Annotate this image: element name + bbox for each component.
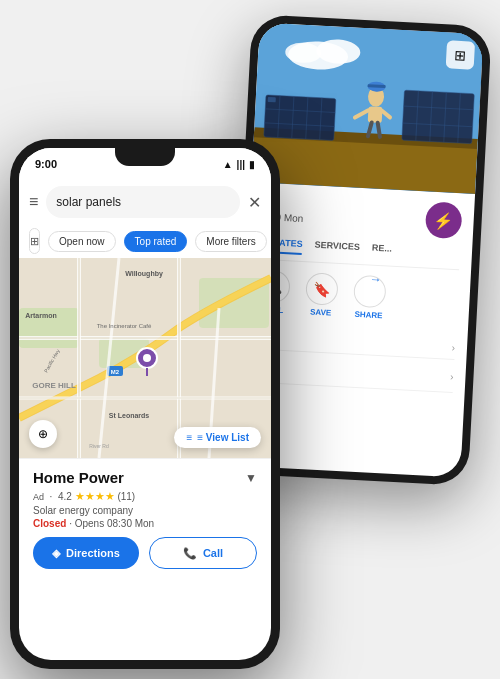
back-action-share[interactable]: ↑ SHARE	[352, 275, 386, 321]
map-area[interactable]: M2 Pacific Hwy Willoughby Artarmon The I…	[19, 258, 271, 458]
directions-icon: ◈	[52, 547, 60, 560]
svg-rect-22	[402, 90, 475, 144]
ad-badge: Ad	[33, 492, 44, 502]
view-list-label: ≡ View List	[197, 432, 249, 443]
filter-row: ⊞ Open now Top rated More filters	[19, 224, 271, 258]
expand-icon[interactable]: ▼	[245, 471, 257, 485]
chevron-icon-2: ›	[450, 370, 454, 381]
review-count: (11)	[117, 491, 135, 502]
call-button[interactable]: 📞 Call	[149, 537, 257, 569]
back-actions: 📞 CALL 🔖 SAVE ↑ SHARE	[257, 270, 459, 324]
business-name: Home Power	[33, 469, 124, 486]
svg-text:St Leonards: St Leonards	[109, 412, 150, 419]
back-action-save[interactable]: 🔖 SAVE	[304, 272, 338, 318]
view-list-button[interactable]: ≡ ≡ View List	[174, 427, 261, 448]
directions-button[interactable]: ◈ Directions	[33, 537, 139, 569]
notch	[115, 148, 175, 166]
biz-meta: Ad · 4.2 ★★★★ (11)	[33, 490, 257, 503]
tab-services[interactable]: SERVICES	[314, 240, 360, 258]
back-brand-icon: ⚡	[425, 201, 463, 239]
search-bar-row: ≡ solar panels ✕	[19, 180, 271, 224]
save-icon: 🔖	[305, 272, 339, 306]
phone-icon: 📞	[183, 547, 197, 560]
biz-type: Solar energy company	[33, 505, 257, 516]
filter-top-rated[interactable]: Top rated	[124, 231, 188, 252]
share-icon: ↑	[353, 275, 387, 309]
battery-icon: ▮	[249, 159, 255, 170]
wifi-icon: ▲	[223, 159, 233, 170]
phone-front: 9:00 ▲ ||| ▮ ≡ solar panels ✕ ⊞ Open now…	[10, 139, 280, 669]
back-hero-image: ⊞	[251, 22, 483, 194]
filter-icon-button[interactable]: ⊞	[29, 228, 40, 254]
filter-open-now[interactable]: Open now	[48, 231, 116, 252]
status-closed: Closed	[33, 518, 66, 529]
back-tabs: UPDATES SERVICES RE...	[259, 237, 460, 270]
rating-value: 4.2	[58, 491, 72, 502]
business-card: Home Power ▼ Ad · 4.2 ★★★★ (11) Solar en…	[19, 458, 271, 579]
filter-more-filters[interactable]: More filters	[195, 231, 266, 252]
biz-status: Closed · Opens 08:30 Mon	[33, 518, 257, 529]
search-box[interactable]: solar panels	[46, 186, 240, 218]
directions-label: Directions	[66, 547, 120, 559]
svg-text:River Rd: River Rd	[89, 443, 109, 449]
close-button[interactable]: ✕	[248, 193, 261, 212]
call-label: Call	[203, 547, 223, 559]
svg-rect-13	[268, 97, 276, 102]
biz-actions-row: ◈ Directions 📞 Call	[33, 537, 257, 569]
back-place-icon: ⊞	[446, 40, 475, 69]
svg-point-44	[143, 354, 151, 362]
svg-text:Artarmon: Artarmon	[25, 312, 57, 319]
tab-re[interactable]: RE...	[371, 243, 392, 260]
rating-stars: ★★★★	[75, 490, 115, 502]
view-list-icon: ≡	[186, 432, 192, 443]
svg-text:GORE HILL: GORE HILL	[32, 381, 76, 390]
compass-button[interactable]: ⊕	[29, 420, 57, 448]
svg-rect-17	[368, 106, 383, 123]
menu-icon[interactable]: ≡	[29, 193, 38, 211]
status-icons: ▲ ||| ▮	[223, 159, 255, 170]
status-opens: · Opens 08:30 Mon	[69, 518, 154, 529]
svg-text:Willoughby: Willoughby	[125, 270, 163, 278]
signal-icon: |||	[237, 159, 245, 170]
status-time: 9:00	[35, 158, 57, 170]
search-text: solar panels	[56, 195, 121, 209]
chevron-icon-1: ›	[451, 342, 455, 353]
svg-text:M2: M2	[111, 369, 120, 375]
svg-text:The Incinerator Café: The Incinerator Café	[97, 323, 152, 329]
